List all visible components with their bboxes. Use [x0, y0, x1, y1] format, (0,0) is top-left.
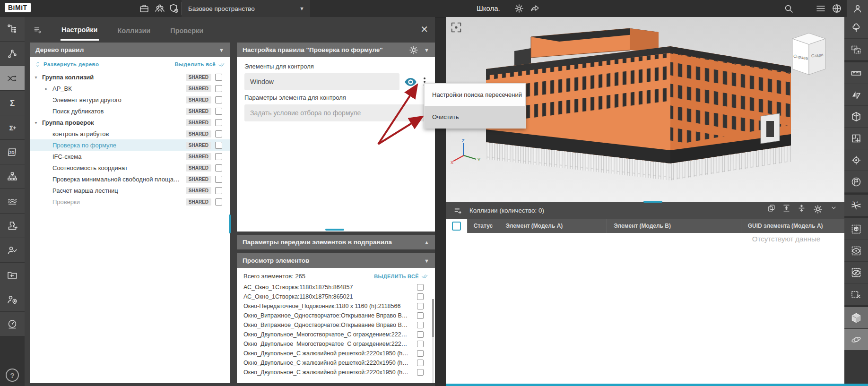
column-element-a[interactable]: Элемент (Модель A) [499, 219, 608, 233]
tool-flag[interactable] [844, 171, 868, 192]
row-checkbox[interactable] [215, 153, 222, 160]
tree-row[interactable]: IFC-схемаSHARED [30, 151, 230, 162]
element-checkbox[interactable] [417, 331, 424, 338]
element-checkbox[interactable] [417, 293, 424, 300]
users-icon[interactable] [154, 3, 165, 14]
help-button[interactable]: ? [6, 369, 19, 382]
chevron-down-icon[interactable]: ▾ [30, 120, 42, 125]
row-checkbox[interactable] [215, 176, 222, 183]
element-item[interactable]: АС_Окно_1Створка:1180x1875h:865021 [243, 292, 428, 301]
tab-checks[interactable]: Проверки [169, 20, 204, 40]
select-all-elements-link[interactable]: ВЫДЕЛИТЬ ВСЁ [374, 273, 428, 280]
tab-settings[interactable]: Настройки [61, 19, 99, 41]
element-item[interactable]: Окно_Витражное_Одностворчатое:Открывание… [243, 320, 428, 330]
scrollbar[interactable] [432, 299, 434, 383]
resize-handle[interactable] [643, 201, 662, 203]
tool-section-box[interactable] [844, 106, 868, 127]
row-checkbox[interactable] [215, 119, 222, 126]
close-icon[interactable]: ✕ [420, 24, 428, 35]
search-icon[interactable] [783, 3, 794, 14]
tool-section-plane[interactable] [844, 84, 868, 105]
tree-row[interactable]: Поиск дубликатовSHARED [30, 105, 230, 117]
element-checkbox[interactable] [417, 303, 424, 309]
share-icon[interactable] [529, 3, 541, 14]
tool-hide-box[interactable] [844, 262, 868, 283]
element-item[interactable]: Окно_Двупольное_С жалюзийной решеткой:22… [243, 368, 428, 377]
element-checkbox[interactable] [417, 341, 424, 347]
tool-collisions[interactable] [0, 66, 25, 90]
tool-clear-box[interactable] [844, 283, 868, 305]
row-checkbox[interactable] [215, 198, 222, 206]
chevron-right-icon[interactable]: ▸ [40, 86, 52, 91]
user-account-button[interactable] [847, 0, 868, 17]
gear-icon[interactable] [812, 204, 824, 217]
element-checkbox[interactable] [417, 360, 424, 366]
tool-export-folder[interactable] [0, 263, 25, 287]
row-checkbox[interactable] [215, 130, 222, 137]
tab-collisions[interactable]: Коллизии [117, 20, 152, 40]
row-checkbox[interactable] [215, 96, 222, 103]
tool-sum-plus[interactable]: Σ [0, 115, 25, 139]
tool-orbit[interactable] [844, 329, 868, 350]
elements-view-header[interactable]: Просмотр элементов ▼ [237, 253, 435, 268]
panel-menu-icon[interactable] [33, 25, 43, 34]
element-checkbox[interactable] [417, 369, 424, 376]
column-guid-a[interactable]: GUID элемента (Модель A) [741, 219, 844, 233]
tool-ruler[interactable] [844, 62, 868, 84]
element-item[interactable]: Окно_Витражное_Одностворчатое:Открывание… [243, 311, 428, 320]
resize-handle[interactable] [229, 214, 231, 233]
tool-sum[interactable]: Σ [0, 91, 25, 115]
tree-row[interactable]: Расчет марша лестницSHARED [30, 185, 230, 196]
tool-user-location[interactable] [0, 287, 25, 311]
chevron-down-icon[interactable]: ▾ [30, 75, 42, 80]
element-checkbox[interactable] [417, 350, 424, 357]
column-status[interactable]: Статус [468, 219, 499, 233]
select-all-checkbox[interactable] [446, 219, 468, 233]
tree-row[interactable]: Соотносимость координатSHARED [30, 162, 230, 173]
subrules-header[interactable]: Параметры передачи элементов в подправил… [237, 235, 435, 249]
row-checkbox[interactable] [215, 187, 222, 194]
element-item[interactable]: Окно_Двупольное_Многостворчатое_С огражд… [243, 330, 428, 339]
tool-sheet-2d[interactable]: 2D [0, 140, 25, 164]
tree-row[interactable]: Проверка по формулеSHARED [30, 139, 230, 151]
gear-icon[interactable] [513, 3, 525, 14]
workspace-selector[interactable]: Базовое пространство ▼ [182, 0, 310, 17]
panel-menu-icon[interactable] [453, 206, 463, 215]
tool-floor-plan[interactable] [844, 128, 868, 149]
copy-icon[interactable] [767, 204, 776, 217]
rules-tree-header[interactable]: Дерево правил ▼ [30, 43, 230, 57]
tree-row[interactable]: ▸АР_ВКSHARED [30, 83, 230, 94]
split-icon[interactable] [797, 204, 806, 217]
element-item[interactable]: АС_Окно_1Створка:1180x1875h:864857 [243, 283, 428, 292]
tool-user-check[interactable] [0, 238, 25, 262]
tool-locate[interactable] [844, 149, 868, 171]
tool-model-tree[interactable] [0, 17, 25, 41]
row-height-icon[interactable] [782, 204, 791, 217]
tool-show-box[interactable] [844, 240, 868, 261]
tree-row[interactable]: ПроверкиSHARED [30, 196, 230, 207]
tool-select-elements[interactable] [844, 39, 868, 60]
element-checkbox[interactable] [417, 284, 424, 291]
tool-isolate-box[interactable] [844, 218, 868, 240]
expand-tree-link[interactable]: Развернуть дерево [35, 61, 99, 68]
briefcase-icon[interactable] [139, 3, 150, 14]
element-checkbox[interactable] [417, 322, 424, 328]
tool-dashboard[interactable] [0, 312, 25, 336]
select-all-link[interactable]: Выделить всё [175, 61, 225, 68]
tree-row[interactable]: ▾Группа проверокSHARED [30, 117, 230, 128]
resize-handle[interactable] [325, 229, 344, 231]
element-checkbox[interactable] [417, 312, 424, 319]
tree-row[interactable]: Элемент внтури другогоSHARED [30, 94, 230, 105]
shield-clock-icon[interactable] [168, 3, 180, 14]
tool-plugins[interactable] [0, 214, 25, 238]
tool-axes-grid[interactable]: 12 [844, 195, 868, 216]
tool-scheme[interactable] [0, 164, 25, 189]
tool-structure-tree[interactable] [844, 17, 868, 38]
menu-list-icon[interactable] [815, 3, 826, 14]
tool-connections[interactable] [0, 42, 25, 66]
row-checkbox[interactable] [215, 164, 222, 172]
row-checkbox[interactable] [215, 74, 222, 81]
tool-charts[interactable] [0, 189, 25, 213]
chevron-down-icon[interactable] [830, 204, 838, 217]
element-item[interactable]: Окно_Двупольное_Многостворчатое_С огражд… [243, 339, 428, 349]
